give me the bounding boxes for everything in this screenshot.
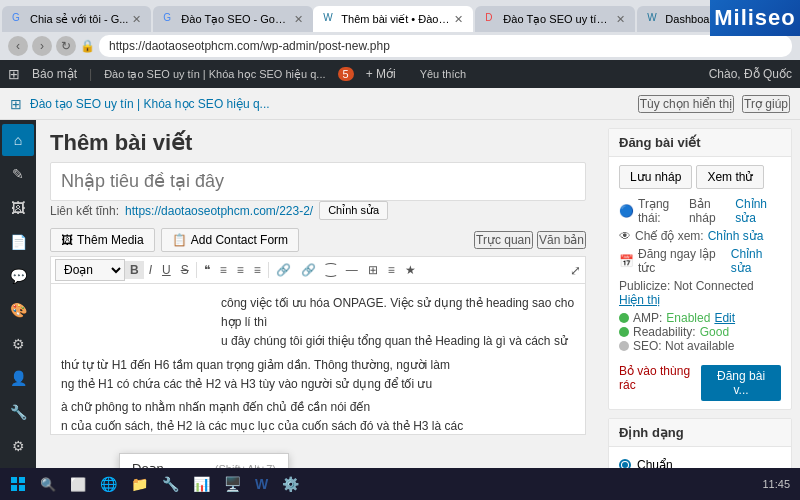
truc-quan-button[interactable]: Trực quan [474, 231, 533, 249]
amp-row: AMP: Enabled Edit [619, 311, 781, 325]
amp-edit-link[interactable]: Edit [714, 311, 735, 325]
tab-1[interactable]: G Chia sẻ với tôi - G... ✕ [2, 6, 151, 32]
refresh-button[interactable]: ↻ [56, 36, 76, 56]
site-link[interactable]: Đào tạo SEO uy tín | Khóa học SEO hiệu q… [30, 97, 270, 111]
windows-taskbar: 🔍 ⬜ 🌐 📁 🔧 📊 🖥️ W ⚙️ 11:45 [0, 468, 800, 500]
sidebar-icon-settings[interactable]: ⚙ [2, 430, 34, 462]
taskbar-app4[interactable]: 📊 [187, 470, 216, 498]
toolbar-toggle[interactable]: ≡ [383, 261, 400, 279]
yeu-thich: Yêu thích [420, 68, 466, 80]
align-left-button[interactable]: ≡ [215, 261, 232, 279]
schedule-edit-link[interactable]: Chỉnh sửa [731, 247, 781, 275]
sidebar-icon-pages[interactable]: 📄 [2, 226, 34, 258]
insert-button[interactable]: ⁐ [321, 261, 341, 279]
contact-icon: 📋 [172, 233, 187, 247]
underline-button[interactable]: U [157, 261, 176, 279]
sidebar-icon-plugins[interactable]: ⚙ [2, 328, 34, 360]
blockquote-button[interactable]: ❝ [199, 261, 215, 279]
publicize-row: Publicize: Not Connected Hiện thị [619, 279, 781, 307]
visibility-edit-link[interactable]: Chỉnh sửa [708, 229, 764, 243]
sidebar-icon-appearance[interactable]: 🎨 [2, 294, 34, 326]
tro-giup[interactable]: Trợ giúp [742, 95, 790, 113]
tab-2[interactable]: G Đào Tạo SEO - Google ... ✕ [153, 6, 313, 32]
chrome-icon: 🌐 [100, 476, 117, 492]
status-edit-link[interactable]: Chỉnh sửa [735, 197, 781, 225]
tab-3[interactable]: W Thêm bài viết • Đào tạo ... ✕ [313, 6, 473, 32]
sidebar-icon-comments[interactable]: 💬 [2, 260, 34, 292]
sidebar-icon-media[interactable]: 🖼 [2, 192, 34, 224]
tab-close-2[interactable]: ✕ [294, 13, 303, 26]
more-button[interactable]: — [341, 261, 363, 279]
tab-favicon-5: W [647, 12, 661, 26]
align-center-button[interactable]: ≡ [232, 261, 249, 279]
tab-close-4[interactable]: ✕ [616, 13, 625, 26]
taskbar-search[interactable]: 🔍 [34, 470, 62, 498]
wp-content: Thêm bài viết Liên kết tĩnh: https://dao… [36, 120, 600, 500]
editor-toolbar-row: 🖼 Thêm Media 📋 Add Contact Form Trực qua… [50, 228, 586, 252]
bold-button[interactable]: B [125, 261, 144, 279]
save-draft-button[interactable]: Lưu nháp [619, 165, 692, 189]
readability-row: Readability: Good [619, 325, 781, 339]
comment-count[interactable]: 5 [338, 67, 354, 81]
separator-1: | [89, 67, 92, 81]
address-bar: ‹ › ↻ 🔒 Miliseo [0, 32, 800, 60]
permalink-url[interactable]: https://daotaoseotphcm.com/223-2/ [125, 204, 313, 218]
add-contact-button[interactable]: 📋 Add Contact Form [161, 228, 299, 252]
taskbar-task-view[interactable]: ⬜ [64, 470, 92, 498]
status-label: Trạng thái: [638, 197, 685, 225]
editor-body[interactable]: công việc tối ưu hóa ONPAGE. Việc sử dụn… [51, 284, 585, 434]
svg-rect-0 [11, 477, 17, 483]
format-divider-1 [196, 262, 197, 278]
amp-label: AMP: [633, 311, 662, 325]
sidebar-icon-tools[interactable]: 🔧 [2, 396, 34, 428]
browser-chrome: G Chia sẻ với tôi - G... ✕ G Đào Tạo SEO… [0, 0, 800, 60]
trash-link[interactable]: Bỏ vào thùng rác [619, 364, 701, 392]
permalink-edit-button[interactable]: Chỉnh sửa [319, 201, 388, 220]
tab-favicon-2: G [163, 12, 177, 26]
italic-button[interactable]: I [144, 261, 157, 279]
tuy-chon-hien-thi[interactable]: Tùy chọn hiển thị [638, 95, 734, 113]
table-button[interactable]: ⊞ [363, 261, 383, 279]
taskbar-app5[interactable]: 🖥️ [218, 470, 247, 498]
amp-status: Enabled [666, 311, 710, 325]
unlink-button[interactable]: 🔗 [296, 261, 321, 279]
taskbar-app7[interactable]: ⚙️ [276, 470, 305, 498]
tab-close-1[interactable]: ✕ [132, 13, 141, 26]
taskbar-chrome[interactable]: 🌐 [94, 470, 123, 498]
taskbar-app3[interactable]: 🔧 [156, 470, 185, 498]
lock-icon: 🔒 [80, 39, 95, 53]
visibility-label: Chế độ xem: [635, 229, 704, 243]
add-media-button[interactable]: 🖼 Thêm Media [50, 228, 155, 252]
readability-icon [619, 327, 629, 337]
editor-content-3: thứ tự từ H1 đến H6 tầm quan trọng giảm … [61, 356, 575, 375]
sidebar-icon-users[interactable]: 👤 [2, 362, 34, 394]
publicize-link[interactable]: Hiện thị [619, 293, 660, 307]
taskbar-explorer[interactable]: 📁 [125, 470, 154, 498]
star-button[interactable]: ★ [400, 261, 421, 279]
van-ban-button[interactable]: Văn bản [537, 231, 586, 249]
publish-button[interactable]: Đăng bài v... [701, 365, 781, 401]
sidebar-icon-posts[interactable]: ✎ [2, 158, 34, 190]
tab-close-3[interactable]: ✕ [454, 13, 463, 26]
schedule-row: 📅 Đăng ngay lập tức Chỉnh sửa [619, 247, 781, 275]
format-select[interactable]: Đoạn [55, 259, 125, 281]
align-right-button[interactable]: ≡ [249, 261, 266, 279]
new-item-link[interactable]: + Mới [366, 67, 396, 81]
link-button[interactable]: 🔗 [271, 261, 296, 279]
preview-button[interactable]: Xem thử [696, 165, 764, 189]
strikethrough-button[interactable]: S [176, 261, 194, 279]
url-input[interactable] [99, 35, 792, 57]
editor-expand-icon[interactable]: ⤢ [570, 263, 581, 278]
taskbar-word[interactable]: W [249, 470, 274, 498]
forward-button[interactable]: › [32, 36, 52, 56]
tab-favicon-1: G [12, 12, 26, 26]
post-title-input[interactable] [50, 162, 586, 201]
back-button[interactable]: ‹ [8, 36, 28, 56]
site-name-link[interactable]: Đào tạo SEO uy tín | Khóa học SEO hiệu q… [104, 68, 325, 81]
wp-toolbar: ⊞ Đào tạo SEO uy tín | Khóa học SEO hiệu… [0, 88, 800, 120]
visibility-icon: 👁 [619, 229, 631, 243]
taskbar-start-button[interactable] [4, 470, 32, 498]
security-link[interactable]: Báo mật [32, 67, 77, 81]
tab-4[interactable]: D Đào Tạo SEO uy tín | Khó... ✕ [475, 6, 635, 32]
sidebar-icon-home[interactable]: ⌂ [2, 124, 34, 156]
